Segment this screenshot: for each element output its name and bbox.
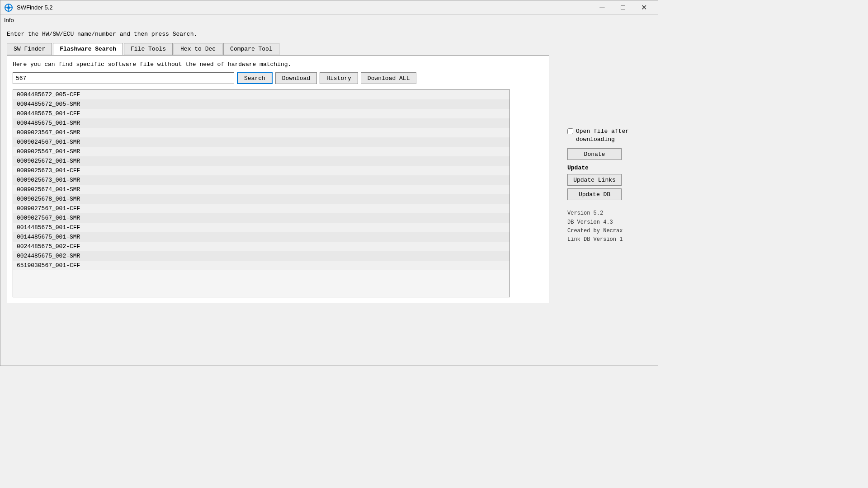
tab-bar: SW Finder Flashware Search File Tools He… [7,43,651,55]
list-item[interactable]: 0024485675_002-SMR [13,251,509,261]
list-item[interactable]: 0009025567_001-SMR [13,147,509,156]
update-label: Update [567,164,662,171]
list-item[interactable]: 0009025673_001-CFF [13,166,509,175]
list-item[interactable]: 0009025678_001-SMR [13,194,509,204]
donate-button[interactable]: Donate [567,148,622,160]
download-button[interactable]: Download [275,72,317,84]
list-item[interactable]: 6519030567_001-CFF [13,261,509,270]
list-item[interactable]: 0009024567_001-SMR [13,137,509,147]
content-area: Enter the HW/SW/ECU name/number and then… [0,26,658,308]
open-file-option: Open file after downloading [567,127,662,144]
list-item[interactable]: 0014485675_001-CFF [13,223,509,232]
update-db-button[interactable]: Update DB [567,188,622,200]
results-list[interactable]: 0004485672_005-CFF0004485672_005-SMR0004… [13,89,510,297]
instruction-text: Enter the HW/SW/ECU name/number and then… [7,31,651,38]
update-links-button[interactable]: Update Links [567,174,622,186]
list-item[interactable]: 0024485675_002-CFF [13,242,509,251]
maximize-button[interactable]: □ [613,0,633,15]
tab-file-tools[interactable]: File Tools [124,43,173,55]
search-input[interactable] [13,72,234,84]
window-title: SWFinder 5.2 [17,4,592,11]
search-row: Search Download History Download ALL [13,72,543,84]
app-logo [4,3,13,12]
list-item[interactable]: 0009025674_001-SMR [13,185,509,194]
list-item[interactable]: 0009025673_001-SMR [13,175,509,185]
list-item[interactable]: 0014485675_001-SMR [13,232,509,242]
window-controls: ─ □ ✕ [592,0,654,15]
menu-bar: Info [0,15,658,26]
main-window: SWFinder 5.2 ─ □ ✕ Info Enter the HW/SW/… [0,0,658,366]
list-item[interactable]: 0009027567_001-SMR [13,213,509,223]
tab-content-flashware: Here you can find specific software file… [7,55,549,303]
list-item[interactable]: 0004485675_001-CFF [13,109,509,118]
list-item[interactable]: 0009027567_001-CFF [13,204,509,213]
open-file-label: Open file after downloading [576,127,629,144]
tab-hex-to-dec[interactable]: Hex to Dec [174,43,222,55]
minimize-button[interactable]: ─ [592,0,613,15]
menu-info[interactable]: Info [4,17,14,23]
main-area: Here you can find specific software file… [7,55,651,303]
search-button[interactable]: Search [237,72,273,84]
download-all-button[interactable]: Download ALL [361,72,417,84]
close-button[interactable]: ✕ [633,0,654,15]
list-item[interactable]: 0004485675_001-SMR [13,118,509,128]
tab-compare-tool[interactable]: Compare Tool [223,43,279,55]
open-file-checkbox[interactable] [567,128,573,134]
tab-sw-finder[interactable]: SW Finder [7,43,52,55]
list-item[interactable]: 0009025672_001-SMR [13,156,509,166]
version-info: Version 5.2 DB Version 4.3 Created by Ne… [567,209,662,244]
list-item[interactable]: 0009023567_001-SMR [13,128,509,137]
list-item[interactable]: 0004485672_005-SMR [13,99,509,109]
tab-description: Here you can find specific software file… [13,61,543,68]
update-section: Update Update Links Update DB [567,164,662,200]
tab-flashware-search[interactable]: Flashware Search [53,43,123,55]
title-bar: SWFinder 5.2 ─ □ ✕ [0,0,658,15]
history-button[interactable]: History [320,72,358,84]
svg-point-1 [7,6,10,9]
sidebar: Open file after downloading Donate Updat… [567,127,662,244]
list-item[interactable]: 0004485672_005-CFF [13,90,509,99]
